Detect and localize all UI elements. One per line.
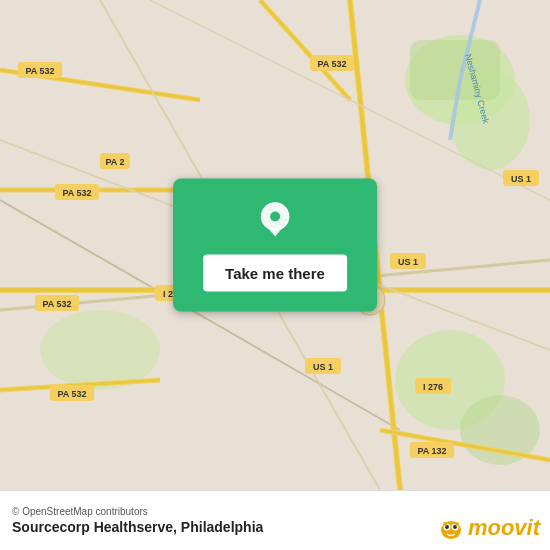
svg-rect-3 bbox=[410, 40, 500, 100]
svg-text:PA 532: PA 532 bbox=[42, 299, 71, 309]
svg-text:US 1: US 1 bbox=[511, 174, 531, 184]
green-card: Take me there bbox=[173, 179, 377, 312]
svg-point-56 bbox=[270, 212, 280, 222]
svg-point-4 bbox=[40, 310, 160, 390]
moovit-logo: moovit bbox=[437, 514, 540, 542]
svg-text:I 276: I 276 bbox=[423, 382, 443, 392]
svg-text:PA 532: PA 532 bbox=[57, 389, 86, 399]
take-me-there-button[interactable]: Take me there bbox=[203, 255, 347, 292]
take-me-there-overlay: Take me there bbox=[173, 179, 377, 312]
bottom-bar: © OpenStreetMap contributors Sourcecorp … bbox=[0, 490, 550, 550]
svg-text:US 1: US 1 bbox=[313, 362, 333, 372]
svg-text:PA 132: PA 132 bbox=[417, 446, 446, 456]
svg-text:US 1: US 1 bbox=[398, 257, 418, 267]
svg-text:PA 532: PA 532 bbox=[317, 59, 346, 69]
map-container: Neshaminy Creek bbox=[0, 0, 550, 490]
svg-text:PA 532: PA 532 bbox=[62, 188, 91, 198]
svg-text:PA 532: PA 532 bbox=[25, 66, 54, 76]
moovit-icon bbox=[437, 514, 465, 542]
location-pin-icon bbox=[253, 199, 297, 243]
moovit-brand-text: moovit bbox=[468, 515, 540, 541]
svg-text:PA 2: PA 2 bbox=[105, 157, 124, 167]
